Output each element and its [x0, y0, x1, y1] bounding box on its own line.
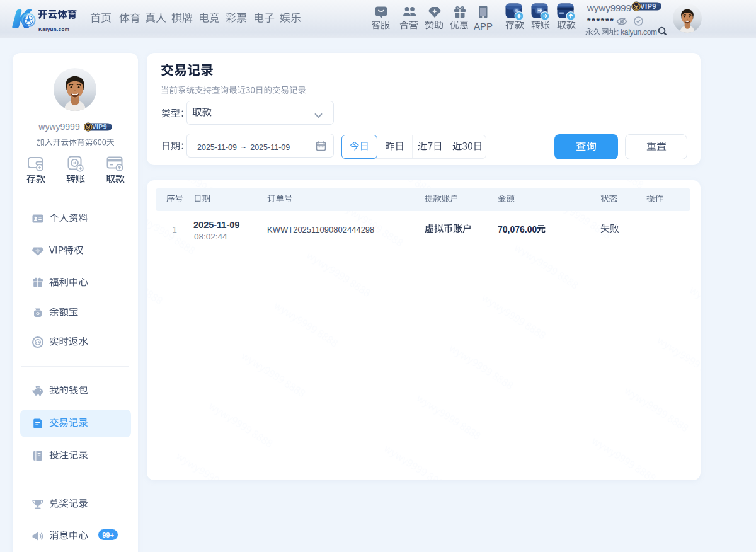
svg-text:VIP9: VIP9 [640, 3, 656, 10]
svg-text:VIP9: VIP9 [91, 124, 106, 130]
